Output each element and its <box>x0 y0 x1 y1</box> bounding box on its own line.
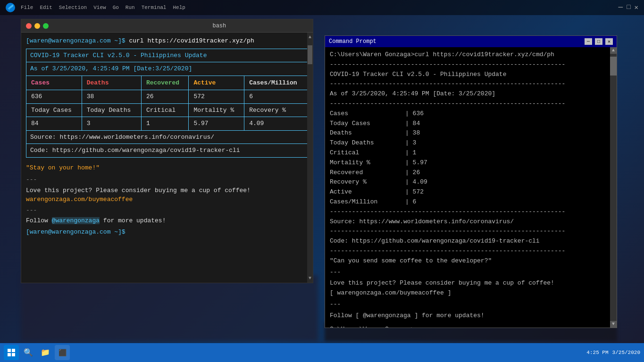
taskbar-right: 4:25 PM 3/25/2020 <box>586 350 640 355</box>
start-button[interactable] <box>4 345 19 360</box>
cmd-body[interactable]: C:\Users\Waren Gonzaga>curl https://covi… <box>325 47 617 328</box>
cmd-data-row: Mortality %| 5.97 <box>330 158 612 168</box>
svg-rect-0 <box>8 349 11 352</box>
cmd-spacer <box>330 321 612 325</box>
stats-table: Cases Deaths Recovered Active Cases/Mill… <box>26 76 308 130</box>
source-line: Source: https://www.worldometers.info/co… <box>26 130 308 144</box>
cmd-quote: "Can you send some coffee to the develop… <box>330 256 612 266</box>
window-controls: ─ □ ✕ <box>619 3 638 12</box>
scroll-down-icon[interactable]: ▼ <box>309 275 311 282</box>
today-deaths-header: Today Deaths <box>82 103 141 117</box>
values-row2: 84 3 1 5.97 4.09 <box>26 117 308 130</box>
close-dot[interactable] <box>26 23 32 29</box>
cmd-data-row: Active| 572 <box>330 187 612 197</box>
table-header: COVID-19 Tracker CLI v2.5.0 - Philippine… <box>26 49 308 63</box>
menu-bar: File Edit Selection View Go Run Terminal… <box>21 5 185 10</box>
cmd-command: curl https://covid19tracker.xyz/cmd/ph <box>414 51 554 58</box>
taskbar-files[interactable]: 📁 <box>38 345 53 360</box>
twitter-handle[interactable]: @warengonzaga <box>52 217 100 224</box>
follow-suffix: for more updates! <box>100 217 166 224</box>
cmd-scroll-down[interactable]: ▼ <box>610 321 617 328</box>
follow-prefix: Follow <box>26 217 52 224</box>
cmd-end-prompt-text: C:\Users\Waren Gonzaga> <box>330 326 414 328</box>
taskbar-terminal[interactable]: ⬛ <box>55 345 70 360</box>
minimize-icon[interactable]: ─ <box>619 3 623 12</box>
svg-rect-3 <box>12 353 15 356</box>
svg-rect-2 <box>8 353 11 356</box>
terminal-left: bash [waren@warengonzaga.com ~]$ curl ht… <box>21 19 313 283</box>
cmd-sep-3: ----------------------------------------… <box>330 99 612 109</box>
cmd-scroll-up[interactable]: ▲ <box>610 47 617 54</box>
menu-go[interactable]: Go <box>113 5 119 10</box>
quote-text: "Stay on your home!" <box>26 163 308 173</box>
topbar-right: ─ □ ✕ <box>619 3 638 12</box>
topbar-left: File Edit Selection View Go Run Terminal… <box>6 3 185 12</box>
scroll-up-icon[interactable]: ▲ <box>309 34 311 41</box>
terminal-left-body[interactable]: [waren@warengonzaga.com ~]$ curl https:/… <box>21 33 313 283</box>
cmd-date: As of 3/25/2020, 4:25:49 PM [Date: 3/25/… <box>330 89 612 99</box>
mortality-header: Mortality % <box>189 103 244 117</box>
menu-edit[interactable]: Edit <box>40 5 52 10</box>
cmd-data-row: Critical| 1 <box>330 148 612 158</box>
headers-row2: Today Cases Today Deaths Critical Mortal… <box>26 103 308 117</box>
covid-table-wrapper: COVID-19 Tracker CLI v2.5.0 - Philippine… <box>26 49 308 158</box>
cmd-maximize[interactable]: □ <box>595 38 602 45</box>
code-line: Code: https://github.com/warengonzaga/co… <box>26 143 308 157</box>
bash-command: curl https://covid19tracker.xyz/ph <box>129 37 254 44</box>
menu-view[interactable]: View <box>93 5 106 10</box>
cmd-coffee: [ warengonzaga.com/buymeacoffee ] <box>330 288 612 298</box>
cmd-love: Love this project? Please consider buyin… <box>330 278 612 288</box>
critical-value: 1 <box>141 117 189 130</box>
svg-rect-1 <box>12 349 15 352</box>
minimize-dot[interactable] <box>34 23 40 29</box>
cmd-end-prompt: C:\Users\Waren Gonzaga> <box>330 325 612 328</box>
taskbar-date: 3/25/2020 <box>612 350 640 355</box>
window-dots <box>26 23 49 29</box>
end-prompt-line: [waren@warengonzaga.com ~]$ <box>26 227 308 237</box>
cmd-source: Source: https://www.worldometers.info/co… <box>330 217 612 227</box>
cmd-close[interactable]: ✕ <box>605 38 613 45</box>
taskbar-search[interactable]: 🔍 <box>21 345 36 360</box>
close-icon[interactable]: ✕ <box>635 3 638 12</box>
terminal-right: Command Prompt ─ □ ✕ C:\Users\Waren Gonz… <box>325 35 617 328</box>
separator-2: --- <box>26 206 308 215</box>
recovered-value: 26 <box>141 90 189 104</box>
cmd-scroll-thumb[interactable] <box>610 57 617 76</box>
table-date: As of 3/25/2020, 4:25:49 PM [Date:3/25/2… <box>26 62 308 76</box>
menu-help[interactable]: Help <box>173 5 185 10</box>
recovery-value: 4.09 <box>244 117 308 130</box>
terminal-scrollbar[interactable]: ▲ ▼ <box>307 33 313 283</box>
cmd-title-text: Command Prompt <box>329 38 376 45</box>
command-line: [waren@warengonzaga.com ~]$ curl https:/… <box>26 36 308 46</box>
scroll-thumb[interactable] <box>308 45 312 64</box>
cmd-sep-2: ----------------------------------------… <box>330 79 612 89</box>
cmd-sep-6: ----------------------------------------… <box>330 246 612 256</box>
cmd-sep-5: ----------------------------------------… <box>330 227 612 236</box>
taskbar-icons: 🔍 📁 ⬛ <box>4 345 70 360</box>
active-value: 572 <box>189 90 244 104</box>
coffee-link[interactable]: warengonzaga.com/buymeacoffee <box>26 195 308 204</box>
cmd-data-rows: Cases| 636Today Cases| 84Deaths| 38Today… <box>330 109 612 207</box>
cmd-minimize[interactable]: ─ <box>585 38 592 45</box>
col-deaths-header: Deaths <box>82 76 141 90</box>
menu-selection[interactable]: Selection <box>59 5 87 10</box>
cmd-data-row: Recovered| 26 <box>330 168 612 178</box>
today-deaths-value: 3 <box>82 117 141 130</box>
col-cpm-header: Cases/Million <box>244 76 308 90</box>
menu-file[interactable]: File <box>21 5 33 10</box>
today-cases-value: 84 <box>26 117 82 130</box>
taskbar: 🔍 📁 ⬛ 4:25 PM 3/25/2020 <box>0 343 644 362</box>
cmd-scrollbar[interactable]: ▲ ▼ <box>610 47 617 328</box>
menu-terminal[interactable]: Terminal <box>142 5 167 10</box>
critical-header: Critical <box>141 103 189 117</box>
col-recovered-header: Recovered <box>141 76 189 90</box>
menu-run[interactable]: Run <box>125 5 135 10</box>
cmd-data-row: Recovery %| 4.09 <box>330 177 612 187</box>
cmd-data-row: Today Deaths| 3 <box>330 138 612 148</box>
taskbar-time: 4:25 PM <box>586 350 608 355</box>
maximize-dot[interactable] <box>43 23 49 29</box>
cmd-data-row: Cases/Million| 6 <box>330 197 612 207</box>
deaths-value: 38 <box>82 90 141 104</box>
cmd-data-row: Cases| 636 <box>330 109 612 119</box>
maximize-icon[interactable]: □ <box>627 3 630 12</box>
